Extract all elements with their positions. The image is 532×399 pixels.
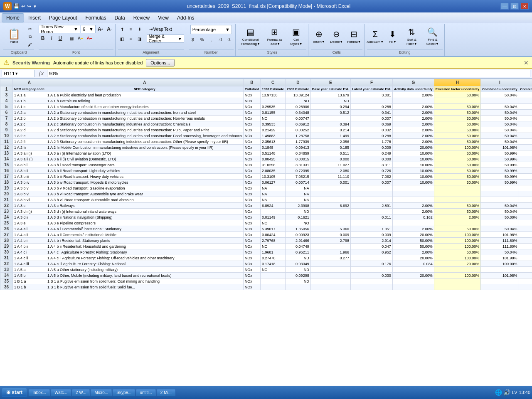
data-cell[interactable]: NA bbox=[260, 185, 285, 191]
data-cell[interactable]: 1 A 3 b ii bbox=[13, 168, 46, 174]
data-cell[interactable]: 1 A 1 b Petroleum refining bbox=[46, 98, 243, 104]
data-cell[interactable]: 5.360 bbox=[310, 226, 350, 232]
data-cell[interactable]: 0.000 bbox=[351, 156, 393, 162]
data-cell[interactable] bbox=[310, 191, 350, 197]
data-cell[interactable]: 5.91% bbox=[519, 162, 532, 168]
data-cell[interactable]: 0.06% bbox=[519, 127, 532, 133]
data-cell[interactable]: 50.00% bbox=[434, 162, 480, 168]
data-cell[interactable]: 0.1621 bbox=[286, 214, 310, 220]
data-cell[interactable]: 0.726 bbox=[351, 168, 393, 174]
data-cell[interactable]: 1 A 4 a i Commercial/ institutional: Sta… bbox=[46, 226, 243, 232]
paste-button[interactable]: 📋 Paste bbox=[3, 28, 25, 45]
data-cell[interactable]: 2.00% bbox=[392, 121, 434, 127]
font-size-selector[interactable]: 6 ▼ bbox=[81, 25, 96, 33]
data-cell[interactable]: NOx bbox=[243, 185, 260, 191]
data-cell[interactable]: 1 A 4 c iii bbox=[13, 261, 46, 267]
data-cell[interactable]: NOx bbox=[243, 226, 260, 232]
data-cell[interactable] bbox=[481, 98, 519, 104]
align-middle-button[interactable]: ≡ bbox=[127, 25, 135, 33]
data-cell[interactable]: 1 A 2 a Stationary combustion in manufac… bbox=[46, 110, 243, 116]
row-header[interactable]: 9 bbox=[0, 127, 13, 133]
data-cell[interactable]: 1 A 2 b Stationary combustion in manufac… bbox=[46, 116, 243, 121]
data-cell[interactable]: 1.30% bbox=[519, 168, 532, 174]
data-cell[interactable]: 3.31331 bbox=[286, 162, 310, 168]
data-cell[interactable]: 2.00% bbox=[392, 139, 434, 145]
data-cell[interactable]: 0.12% bbox=[519, 121, 532, 127]
data-cell[interactable]: 50.99% bbox=[481, 174, 519, 180]
data-cell[interactable]: 0.009 bbox=[310, 232, 350, 238]
data-cell[interactable]: 1 A 2 d bbox=[13, 127, 46, 133]
data-cell[interactable]: 0.04749 bbox=[286, 244, 310, 249]
data-cell[interactable]: 6.692 bbox=[310, 203, 350, 209]
data-cell[interactable] bbox=[351, 220, 393, 226]
data-cell[interactable]: 0.21429 bbox=[260, 127, 285, 133]
data-cell[interactable]: 1 A 4 b ii Residential: Household and ga… bbox=[46, 244, 243, 249]
data-cell[interactable]: 0.06912 bbox=[286, 121, 310, 127]
data-cell[interactable]: 0.007 bbox=[351, 180, 393, 185]
data-cell[interactable]: 0.1848 bbox=[260, 145, 285, 150]
data-cell[interactable]: 1 B 1 b Fugitive emission from solid fue… bbox=[46, 284, 243, 290]
data-cell[interactable] bbox=[434, 98, 480, 104]
data-cell[interactable]: 1 A 3 b i Road transport: Passenger cars bbox=[46, 162, 243, 168]
data-cell[interactable]: 1 A 4 a ii bbox=[13, 232, 46, 238]
data-cell[interactable]: NOx bbox=[243, 168, 260, 174]
data-cell[interactable]: 31.0256 bbox=[260, 162, 285, 168]
data-cell[interactable]: 1 A 3 b v bbox=[13, 185, 46, 191]
data-cell[interactable]: 1 A 4 b i bbox=[13, 238, 46, 244]
data-cell[interactable]: 1 A 3 b iii bbox=[13, 174, 46, 180]
merge-center-selector[interactable]: Merge & Center ▼ bbox=[147, 34, 184, 43]
data-cell[interactable]: 1.49883 bbox=[260, 133, 285, 139]
taskbar-item[interactable]: untitl... bbox=[136, 389, 155, 396]
data-cell[interactable]: 2.080 bbox=[310, 168, 350, 174]
data-cell[interactable]: 50.00% bbox=[434, 150, 480, 156]
data-cell[interactable]: 0.60% bbox=[519, 110, 532, 116]
data-cell[interactable]: 2.35613 bbox=[260, 139, 285, 145]
data-cell[interactable]: 50.00% bbox=[434, 249, 480, 255]
data-cell[interactable] bbox=[310, 244, 350, 249]
close-button[interactable]: ✕ bbox=[520, 3, 529, 10]
data-cell[interactable]: 1 B 1 a Fugitive emission from solid fue… bbox=[46, 278, 243, 284]
data-cell[interactable]: 100.00% bbox=[434, 255, 480, 261]
data-cell[interactable] bbox=[310, 261, 350, 267]
row-header[interactable]: 23 bbox=[0, 209, 13, 214]
data-cell[interactable] bbox=[351, 255, 393, 261]
data-cell[interactable] bbox=[392, 191, 434, 197]
row-header[interactable]: 32 bbox=[0, 261, 13, 267]
data-cell[interactable]: 50.00% bbox=[434, 110, 480, 116]
row-header[interactable]: 17 bbox=[0, 174, 13, 180]
data-cell[interactable]: 50.99% bbox=[481, 162, 519, 168]
col-B-header[interactable]: B bbox=[243, 79, 260, 86]
data-cell[interactable]: NOx bbox=[243, 214, 260, 220]
data-cell[interactable]: 1 A 1 c Manufacture of solid fuels and o… bbox=[46, 104, 243, 110]
data-cell[interactable]: 1 A 3 b iii Road transport: Heavy duty v… bbox=[46, 174, 243, 180]
data-cell[interactable]: 20.00% bbox=[392, 145, 434, 150]
data-cell[interactable]: 0.95211 bbox=[286, 249, 310, 255]
data-cell[interactable] bbox=[481, 284, 519, 290]
data-cell[interactable]: 0.39533 bbox=[260, 121, 285, 127]
data-cell[interactable]: 2.00% bbox=[392, 127, 434, 133]
data-cell[interactable] bbox=[481, 185, 519, 191]
menu-data[interactable]: Data bbox=[110, 14, 129, 22]
data-cell[interactable]: 10.00% bbox=[392, 150, 434, 156]
data-cell[interactable]: 0.032 bbox=[351, 127, 393, 133]
data-cell[interactable] bbox=[481, 267, 519, 273]
data-cell[interactable]: NOx bbox=[243, 284, 260, 290]
data-cell[interactable]: 0.512 bbox=[310, 110, 350, 116]
data-cell[interactable]: 0.249 bbox=[351, 150, 393, 156]
data-cell[interactable]: 3.311 bbox=[351, 162, 393, 168]
data-cell[interactable]: 0.511 bbox=[310, 150, 350, 156]
data-cell[interactable] bbox=[351, 267, 393, 273]
quick-save[interactable]: 💾 bbox=[13, 3, 20, 9]
data-cell[interactable]: ND bbox=[286, 209, 310, 214]
row-header[interactable]: 13 bbox=[0, 150, 13, 156]
data-cell[interactable]: 50.99% bbox=[481, 180, 519, 185]
data-cell[interactable] bbox=[310, 197, 350, 203]
data-cell[interactable]: 5.40% bbox=[519, 92, 532, 98]
data-cell[interactable]: 0.28906 bbox=[286, 104, 310, 110]
data-cell[interactable]: 0.03% bbox=[519, 232, 532, 238]
data-cell[interactable] bbox=[351, 284, 393, 290]
data-cell[interactable] bbox=[434, 284, 480, 290]
row-header[interactable]: 36 bbox=[0, 284, 13, 290]
data-cell[interactable]: 2.00% bbox=[392, 226, 434, 232]
data-cell[interactable]: 0.009 bbox=[351, 145, 393, 150]
